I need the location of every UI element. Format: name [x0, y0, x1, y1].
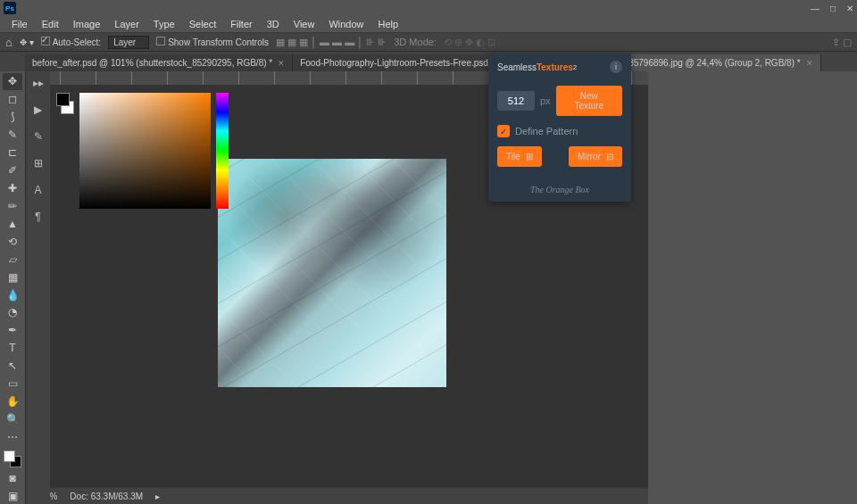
menu-select[interactable]: Select [183, 17, 223, 31]
mirror-label: Mirror [578, 152, 601, 161]
tab-label: before_after.psd @ 101% (shutterstock_85… [32, 58, 272, 68]
menu-help[interactable]: Help [372, 17, 405, 31]
tool-palette: ✥ ◻ ⟆ ✎ ⊏ ✐ ✚ ✏ ▲ ⟲ ▱ ▦ 💧 ◔ ✒ T ↖ ▭ ✋ 🔍 … [0, 71, 25, 504]
foreground-background-color[interactable] [3, 450, 22, 468]
mirror-icon: ⊟ [606, 152, 613, 161]
stamp-tool[interactable]: ▲ [3, 215, 22, 232]
move-tool-icon[interactable]: ✥ ▾ [20, 37, 34, 47]
collapsed-panels: ▸▸ ▶ ✎ ⊞ A ¶ [25, 71, 50, 504]
seamless-textures-panel[interactable]: SeamlessTextures2 i px New Texture ✓ Def… [488, 54, 631, 202]
plugin-title-2: Textures [537, 62, 573, 72]
tile-button[interactable]: Tile⊞ [497, 146, 542, 167]
app-logo: Ps [4, 2, 16, 14]
share-icon[interactable]: ⇪ ▢ [832, 37, 852, 48]
zoom-tool[interactable]: 🔍 [3, 411, 22, 428]
home-icon[interactable]: ⌂ [5, 36, 12, 49]
menu-window[interactable]: Window [322, 17, 370, 31]
3d-mode-label: 3D Mode: [394, 37, 437, 47]
show-transform-checkbox[interactable] [156, 37, 165, 45]
edit-toolbar[interactable]: ⋯ [3, 428, 22, 445]
tile-label: Tile [506, 152, 520, 161]
auto-select-mode[interactable]: Layer [108, 36, 149, 49]
menu-file[interactable]: File [5, 17, 34, 31]
menu-type[interactable]: Type [147, 17, 181, 31]
info-icon[interactable]: i [610, 61, 622, 73]
brush-panel-icon[interactable]: ✎ [30, 128, 46, 145]
gradient-tool[interactable]: ▦ [3, 269, 22, 285]
blur-tool[interactable]: 💧 [3, 286, 22, 303]
status-bar: 24,4% Doc: 63.3M/63.3M ▸ [25, 488, 648, 504]
history-panel-icon[interactable]: ▶ [30, 102, 46, 118]
hue-slider[interactable] [216, 93, 229, 209]
window-maximize[interactable]: □ [830, 4, 836, 13]
new-texture-button[interactable]: New Texture [556, 86, 622, 116]
menu-bar: File Edit Image Layer Type Select Filter… [0, 16, 857, 32]
status-arrow-icon[interactable]: ▸ [155, 492, 160, 501]
crop-tool[interactable]: ⊏ [3, 145, 22, 161]
define-pattern-checkbox[interactable]: ✓ [497, 125, 510, 137]
document-tabs: before_after.psd @ 101% (shutterstock_85… [0, 52, 857, 71]
para-panel-icon[interactable]: ¶ [30, 209, 46, 225]
auto-select-label: Auto-Select: [53, 37, 101, 47]
tile-icon: ⊞ [526, 152, 533, 161]
marquee-tool[interactable]: ◻ [3, 91, 22, 108]
tab-0[interactable]: before_after.psd @ 101% (shutterstock_85… [25, 54, 293, 71]
healing-tool[interactable]: ✚ [3, 180, 22, 197]
new-texture-label: New Texture [565, 91, 613, 111]
dodge-tool[interactable]: ◔ [3, 304, 22, 321]
3d-icons[interactable]: ⟲ ⊕ ✥ ◐ ⊡ [444, 37, 495, 48]
fg-bg-swatch[interactable] [56, 93, 74, 121]
menu-edit[interactable]: Edit [36, 17, 65, 31]
eyedropper-tool[interactable]: ✐ [3, 162, 22, 179]
align-icons[interactable]: ▦ ▦ ▦ │ ▬ ▬ ▬ │ ⊪ ⊪ [276, 37, 387, 48]
menu-3d[interactable]: 3D [261, 17, 286, 31]
menu-filter[interactable]: Filter [224, 17, 258, 31]
define-pattern-label: Define Pattern [515, 126, 578, 136]
type-tool[interactable]: T [3, 340, 22, 357]
plugin-brand: The Orange Box [488, 185, 631, 202]
lasso-tool[interactable]: ⟆ [3, 109, 22, 126]
color-panel [51, 87, 234, 217]
move-tool[interactable]: ✥ [3, 73, 22, 90]
screen-mode[interactable]: ▣ [3, 487, 22, 504]
eraser-tool[interactable]: ▱ [3, 251, 22, 268]
menu-layer[interactable]: Layer [108, 17, 146, 31]
quick-mask[interactable]: ◙ [3, 469, 22, 486]
menu-image[interactable]: Image [67, 17, 107, 31]
char-panel-icon[interactable]: A [30, 182, 46, 198]
options-bar: ⌂ ✥ ▾ Auto-Select: Layer Show Transform … [0, 32, 857, 52]
mirror-button[interactable]: Mirror⊟ [569, 146, 622, 167]
px-label: px [540, 95, 551, 106]
tab-close-icon[interactable]: ✕ [278, 59, 285, 68]
size-input[interactable] [497, 91, 535, 111]
doc-size[interactable]: Doc: 63.3M/63.3M [70, 492, 143, 501]
menu-view[interactable]: View [287, 17, 321, 31]
color-field[interactable] [79, 93, 211, 209]
pen-tool[interactable]: ✒ [3, 322, 22, 339]
shape-tool[interactable]: ▭ [3, 376, 22, 392]
plugin-version: 2 [573, 63, 577, 71]
brush-tool[interactable]: ✏ [3, 197, 22, 214]
clone-panel-icon[interactable]: ⊞ [30, 155, 46, 171]
plugin-title-1: Seamless [497, 62, 537, 72]
hand-tool[interactable]: ✋ [3, 393, 22, 410]
quick-select-tool[interactable]: ✎ [3, 127, 22, 144]
panel-expand-icon[interactable]: ▸▸ [30, 75, 46, 91]
tab-close-icon[interactable]: ✕ [806, 59, 813, 68]
show-transform-label: Show Transform Controls [168, 37, 269, 47]
history-brush-tool[interactable]: ⟲ [3, 233, 22, 250]
window-minimize[interactable]: — [811, 4, 820, 13]
path-tool[interactable]: ↖ [3, 358, 22, 375]
auto-select-checkbox[interactable] [41, 37, 50, 45]
window-close[interactable]: ✕ [846, 4, 853, 13]
document-canvas[interactable] [218, 159, 446, 387]
